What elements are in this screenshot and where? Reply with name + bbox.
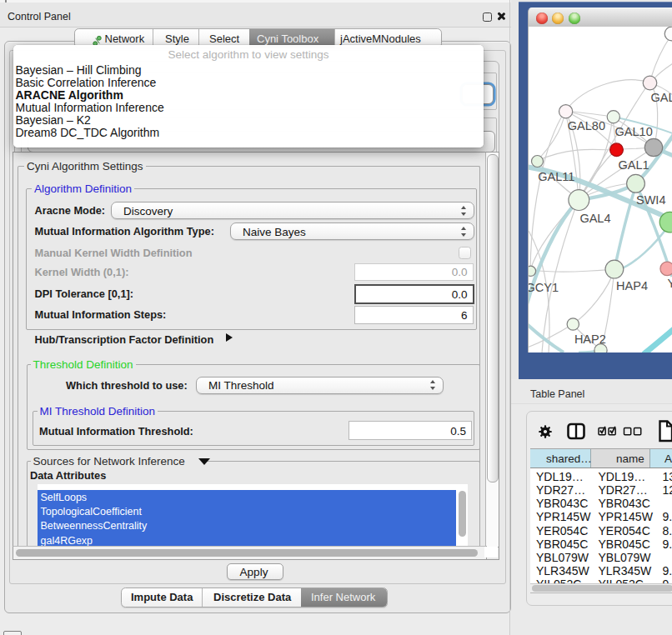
svg-text:YE: YE (668, 277, 672, 290)
svg-text:HAP2: HAP2 (574, 332, 606, 346)
svg-text:GAL1: GAL1 (619, 158, 649, 172)
svg-text:GAL80: GAL80 (568, 119, 605, 132)
svg-text:GAL4: GAL4 (579, 212, 610, 225)
svg-text:GCY1: GCY1 (529, 281, 559, 294)
svg-text:GAL11: GAL11 (538, 170, 574, 183)
svg-text:GAL7: GAL7 (651, 91, 672, 104)
svg-text:SWI4: SWI4 (636, 193, 665, 207)
svg-text:GAL10: GAL10 (615, 125, 653, 138)
svg-text:HAP4: HAP4 (616, 279, 648, 292)
